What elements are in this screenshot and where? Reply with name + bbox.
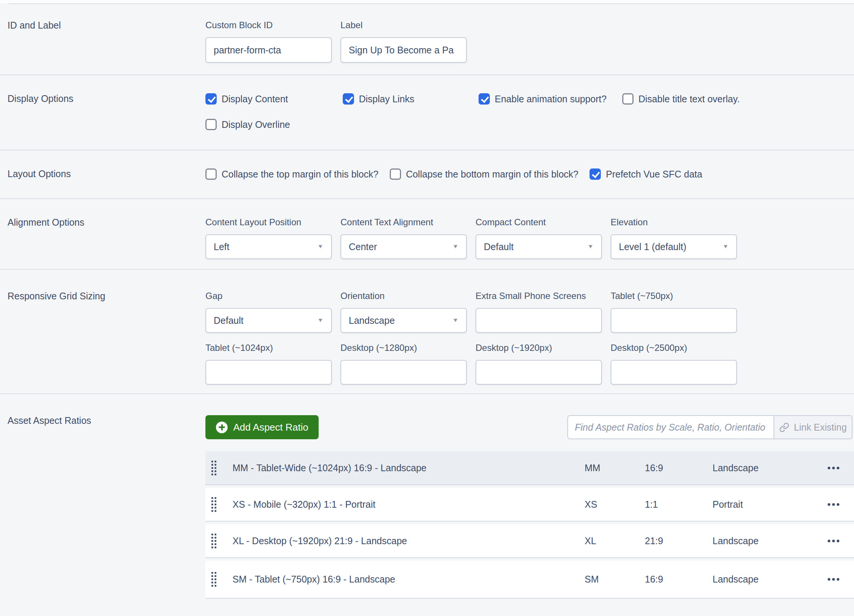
row-title: XS - Mobile (~320px) 1:1 - Portrait: [232, 499, 585, 510]
section-display-options: Display Options Display Content Display …: [0, 75, 854, 151]
section-layout-options: Layout Options Collapse the top margin o…: [0, 151, 854, 199]
chevron-down-icon: ▼: [587, 244, 594, 250]
gap-field: Gap Default ▼: [206, 291, 332, 333]
field-label: Custom Block ID: [206, 20, 332, 30]
checkbox-enable-animation[interactable]: Enable animation support?: [479, 93, 622, 105]
extra-small-phone-screens-field: Extra Small Phone Screens: [476, 291, 602, 333]
compact-content-select[interactable]: Default ▼: [476, 234, 602, 259]
checkbox-display-links[interactable]: Display Links: [343, 93, 479, 105]
section-title: ID and Label: [0, 4, 206, 75]
elevation-select[interactable]: Level 1 (default) ▼: [611, 234, 737, 259]
desktop-1920-field: Desktop (~1920px): [476, 342, 602, 385]
content-layout-position-select[interactable]: Left ▼: [206, 234, 332, 259]
checkbox-disable-title-overlay[interactable]: Disable title text overlay.: [622, 93, 740, 105]
orientation-field: Orientation Landscape ▼: [340, 291, 467, 333]
drag-handle-icon[interactable]: [211, 534, 232, 548]
section-title: Asset Aspect Ratios: [0, 394, 206, 616]
desktop-2500-input[interactable]: [611, 360, 737, 385]
checkbox-icon: [343, 93, 354, 105]
chevron-down-icon: ▼: [722, 244, 729, 250]
link-existing-button[interactable]: Link Existing: [774, 415, 852, 439]
desktop-2500-field: Desktop (~2500px): [611, 342, 737, 385]
drag-handle-icon[interactable]: [211, 461, 232, 475]
row-actions-menu-icon[interactable]: [813, 561, 854, 598]
row-title: MM - Tablet-Wide (~1024px) 16:9 - Landsc…: [232, 462, 585, 473]
content-text-alignment-field: Content Text Alignment Center ▼: [340, 217, 467, 259]
add-aspect-ratio-button[interactable]: Add Aspect Ratio: [206, 415, 319, 439]
section-id-and-label: ID and Label Custom Block ID Label: [0, 4, 854, 75]
custom-block-id-input[interactable]: [206, 37, 332, 63]
row-orientation: Landscape: [712, 462, 813, 473]
row-scale: SM: [585, 574, 645, 585]
checkbox-icon: [206, 169, 217, 180]
link-icon: [779, 422, 789, 432]
row-orientation: Landscape: [712, 535, 813, 546]
content-layout-position-field: Content Layout Position Left ▼: [206, 217, 332, 259]
drag-handle-icon[interactable]: [211, 497, 232, 512]
aspect-ratio-row[interactable]: SM - Tablet (~750px) 16:9 - Landscape SM…: [206, 561, 854, 599]
section-title: Alignment Options: [0, 199, 206, 269]
section-responsive-grid-sizing: Responsive Grid Sizing Gap Default ▼ Ori…: [0, 270, 854, 394]
tablet-1024-input[interactable]: [206, 360, 332, 385]
row-actions-menu-icon[interactable]: [813, 488, 854, 521]
tablet-750-input[interactable]: [611, 308, 737, 333]
row-ratio: 16:9: [645, 462, 712, 473]
row-orientation: Landscape: [712, 574, 813, 585]
row-ratio: 21:9: [645, 535, 712, 546]
row-scale: XS: [585, 499, 645, 510]
checkbox-icon: [479, 93, 490, 105]
row-scale: XL: [585, 535, 645, 546]
field-label: Label: [340, 20, 467, 30]
checkbox-icon: [590, 169, 601, 180]
chevron-down-icon: ▼: [452, 244, 459, 250]
checkbox-prefetch-vue-sfc[interactable]: Prefetch Vue SFC data: [590, 169, 702, 180]
aspect-ratios-table: MM - Tablet-Wide (~1024px) 16:9 - Landsc…: [206, 451, 854, 599]
chevron-down-icon: ▼: [317, 244, 323, 250]
label-input[interactable]: [340, 37, 467, 63]
desktop-1280-field: Desktop (~1280px): [340, 342, 467, 385]
chevron-down-icon: ▼: [317, 317, 323, 324]
checkbox-display-overline[interactable]: Display Overline: [206, 119, 290, 130]
row-scale: MM: [585, 462, 645, 473]
aspect-ratio-row[interactable]: XS - Mobile (~320px) 1:1 - Portrait XS 1…: [206, 488, 854, 522]
row-title: SM - Tablet (~750px) 16:9 - Landscape: [232, 574, 585, 585]
tablet-750-field: Tablet (~750px): [611, 291, 737, 333]
aspect-ratio-search-group: Link Existing: [567, 415, 852, 439]
section-title: Layout Options: [0, 151, 206, 198]
custom-block-id-field: Custom Block ID: [206, 20, 332, 63]
elevation-field: Elevation Level 1 (default) ▼: [611, 217, 737, 259]
desktop-1280-input[interactable]: [340, 360, 467, 385]
top-strip: [0, 0, 854, 3]
aspect-ratio-row[interactable]: XL - Desktop (~1920px) 21:9 - Landscape …: [206, 524, 854, 558]
section-asset-aspect-ratios: Asset Aspect Ratios Add Aspect Ratio Lin…: [0, 394, 854, 616]
row-ratio: 16:9: [645, 574, 712, 585]
gap-select[interactable]: Default ▼: [206, 308, 332, 333]
orientation-select[interactable]: Landscape ▼: [340, 308, 467, 333]
row-orientation: Portrait: [712, 499, 813, 510]
content-text-alignment-select[interactable]: Center ▼: [340, 234, 467, 259]
row-title: XL - Desktop (~1920px) 21:9 - Landscape: [232, 535, 585, 546]
row-actions-menu-icon[interactable]: [813, 451, 854, 484]
checkbox-collapse-top-margin[interactable]: Collapse the top margin of this block?: [206, 169, 378, 180]
find-aspect-ratios-input[interactable]: [567, 415, 774, 439]
section-alignment-options: Alignment Options Content Layout Positio…: [0, 199, 854, 270]
checkbox-collapse-bottom-margin[interactable]: Collapse the bottom margin of this block…: [390, 169, 579, 180]
row-actions-menu-icon[interactable]: [813, 524, 854, 557]
tablet-1024-field: Tablet (~1024px): [206, 342, 332, 385]
checkbox-icon: [390, 169, 401, 180]
chevron-down-icon: ▼: [452, 317, 459, 324]
drag-handle-icon[interactable]: [211, 572, 232, 587]
checkbox-icon: [622, 93, 634, 105]
label-field: Label: [340, 20, 467, 63]
compact-content-field: Compact Content Default ▼: [476, 217, 602, 259]
section-title: Display Options: [0, 75, 206, 150]
extra-small-phone-screens-input[interactable]: [476, 308, 602, 333]
checkbox-icon: [206, 119, 217, 130]
desktop-1920-input[interactable]: [476, 360, 602, 385]
plus-circle-icon: [216, 421, 227, 433]
aspect-ratio-row[interactable]: MM - Tablet-Wide (~1024px) 16:9 - Landsc…: [206, 451, 854, 485]
section-title: Responsive Grid Sizing: [0, 270, 206, 393]
checkbox-icon: [206, 93, 217, 105]
checkbox-display-content[interactable]: Display Content: [206, 93, 343, 105]
row-ratio: 1:1: [645, 499, 712, 510]
